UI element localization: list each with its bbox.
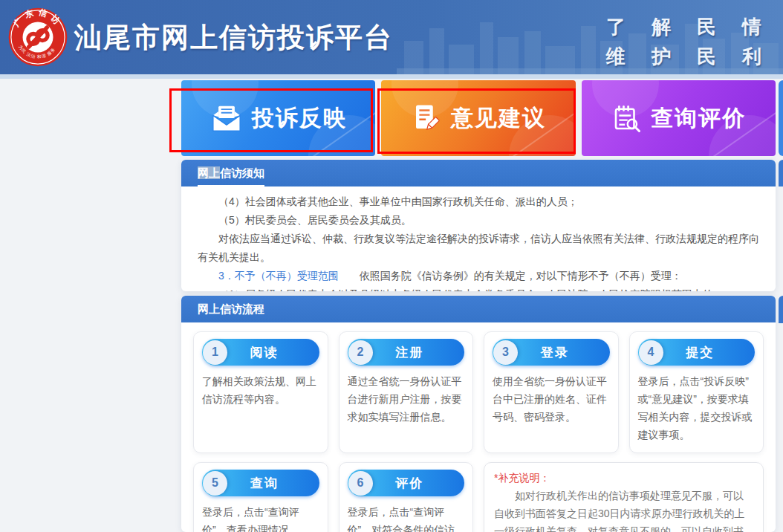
step-card-read: 1 阅读 了解相关政策法规、网上信访流程等内容。 (193, 331, 328, 453)
step-pill: 6 评价 (348, 470, 465, 496)
notice-panel-title: 网上信访须知 (198, 164, 264, 186)
supplement-label: *补充说明： (494, 469, 753, 487)
step-name: 阅读 (227, 344, 319, 361)
step-name: 登录 (518, 344, 610, 361)
step-name: 提交 (663, 344, 756, 361)
flow-panel: 网上信访流程 1 阅读 了解相关政策法规、网上信访流程等内容。 2 注册 通过全… (181, 296, 776, 532)
right-edge-panel-sliver (779, 160, 783, 186)
site-title: 汕尾市网上信访投诉平台 (74, 19, 393, 56)
step-description: 登录后，点击“查询评价”，查看办理情况。 (202, 503, 319, 532)
notice-paragraph: （5）村民委员会、居民委员会及其成员。 (198, 211, 759, 230)
button-decoration (192, 80, 259, 117)
step-number-badge: 6 (348, 471, 373, 496)
button-decoration (592, 80, 659, 117)
step-pill: 4 提交 (638, 339, 756, 366)
step-pill: 1 阅读 (202, 339, 319, 366)
supplement-text: 如对行政机关作出的信访事项处理意见不服，可以自收到书面答复之日起30日内请求原办… (494, 487, 753, 532)
step-card-query: 5 查询 登录后，点击“查询评价”，查看办理情况。 (193, 462, 328, 532)
flow-panel-title: 网上信访流程 (198, 302, 264, 315)
supplement-note-box: *补充说明： 如对行政机关作出的信访事项处理意见不服，可以自收到书面答复之日起3… (484, 462, 764, 532)
complaint-button[interactable]: 投诉反映 (181, 80, 375, 156)
step-card-evaluate: 6 评价 登录后，点击“查询评价”，对符合条件的信访事项进行满意度评价。 (339, 462, 474, 532)
slogan-line-1: 了 解 民 情 (606, 12, 771, 42)
step-number-badge: 4 (639, 340, 663, 365)
step-number-badge: 1 (203, 340, 227, 365)
query-evaluate-button[interactable]: 查询评价 (582, 80, 776, 156)
step-name: 注册 (373, 344, 465, 361)
step-name: 查询 (227, 475, 319, 492)
step-number-badge: 5 (203, 471, 227, 496)
step-name: 评价 (373, 475, 465, 492)
notice-paragraph: （4）社会团体或者其他企业、事业单位中由国家行政机关任命、派出的人员； (198, 192, 759, 211)
step-card-login: 3 登录 使用全省统一身份认证平台中已注册的姓名、证件号码、密码登录。 (484, 331, 619, 453)
notice-paragraph: 对依法应当通过诉讼、仲裁、行政复议等法定途径解决的投诉请求，信访人应当依照有关法… (198, 230, 759, 267)
button-decoration (392, 80, 458, 117)
step-number-badge: 2 (348, 340, 373, 365)
header-slogan: 了 解 民 情 维 护 民 利 (606, 12, 771, 71)
notice-rule-line: 3．不予（不再）受理范围依照国务院《信访条例》的有关规定，对以下情形不予（不再）… (198, 267, 759, 285)
step-card-register: 2 注册 通过全省统一身份认证平台进行新用户注册，按要求如实填写注册信息。 (339, 331, 474, 453)
step-description: 登录后，点击“投诉反映”或“意见建议”，按要求填写相关内容，提交投诉或建议事项。 (638, 372, 756, 444)
slogan-line-2: 维 护 民 利 (606, 42, 771, 71)
step-pill: 3 登录 (493, 339, 610, 366)
notice-panel-header: 网上信访须知 (181, 160, 776, 186)
step-description: 通过全省统一身份认证平台进行新用户注册，按要求如实填写注册信息。 (348, 372, 465, 426)
step-description: 了解相关政策法规、网上信访流程等内容。 (202, 372, 319, 408)
guangdong-xinfang-logo: 广东信访 为民 法治 和谐 服务 (7, 6, 68, 68)
step-card-submit: 4 提交 登录后，点击“投诉反映”或“意见建议”，按要求填写相关内容，提交投诉或… (629, 331, 764, 453)
right-edge-panel-sliver (779, 296, 783, 323)
page-header: 广东信访 为民 法治 和谐 服务 汕尾市网上信访投诉平台 了 解 民 情 维 护… (0, 0, 783, 74)
step-pill: 2 注册 (348, 339, 465, 366)
flow-panel-header: 网上信访流程 (181, 296, 776, 322)
notice-panel: 网上信访须知 （4）社会团体或者其他企业、事业单位中由国家行政机关任命、派出的人… (181, 160, 776, 291)
header-divider-strip (0, 74, 783, 79)
rule-text: 依照国务院《信访条例》的有关规定，对以下情形不予（不再）受理： (360, 270, 682, 282)
step-number-badge: 3 (493, 340, 518, 365)
action-button-row: 投诉反映 意见建议 (181, 80, 776, 156)
selected-text: 网上 (198, 166, 220, 179)
step-description: 使用全省统一身份认证平台中已注册的姓名、证件号码、密码登录。 (493, 372, 610, 426)
right-edge-button-sliver (779, 80, 783, 156)
rule-scope-link[interactable]: 3．不予（不再）受理范围 (218, 270, 339, 282)
notice-scroll-area[interactable]: （4）社会团体或者其他企业、事业单位中由国家行政机关任命、派出的人员； （5）村… (181, 186, 776, 291)
step-description: 登录后，点击“查询评价”，对符合条件的信访事项进行满意度评价。 (348, 503, 465, 532)
notice-paragraph-clipped: （1）属各级人民代表大会以及县级以上各级人民代表大会常务委员会、人民法院、人民检… (198, 285, 759, 291)
suggestion-button[interactable]: 意见建议 (381, 80, 575, 156)
step-pill: 5 查询 (202, 470, 319, 496)
flow-steps-grid: 1 阅读 了解相关政策法规、网上信访流程等内容。 2 注册 通过全省统一身份认证… (181, 322, 776, 532)
